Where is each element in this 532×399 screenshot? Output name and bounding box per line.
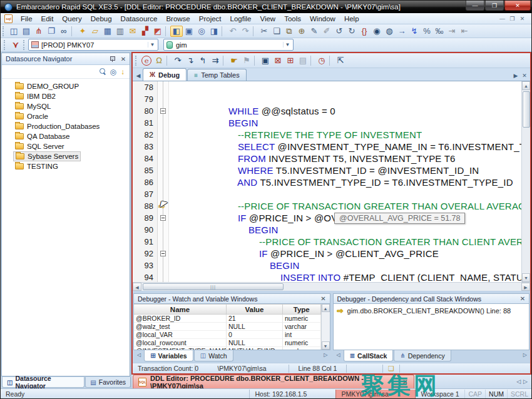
fold-margin[interactable] bbox=[158, 212, 169, 224]
print-icon[interactable]: ▥ bbox=[114, 26, 126, 37]
copy-icon[interactable]: ❏ bbox=[270, 26, 283, 37]
step-out-icon[interactable]: ↰ bbox=[197, 55, 209, 66]
fold-margin[interactable] bbox=[158, 93, 169, 105]
tab-scroll-right-icon[interactable]: ▶ bbox=[511, 73, 520, 81]
column-header[interactable]: Value bbox=[227, 304, 283, 315]
line-number[interactable]: 89 bbox=[133, 212, 158, 224]
menu-item[interactable]: Edit bbox=[37, 14, 58, 24]
toolbar-grip[interactable] bbox=[3, 26, 6, 36]
panel-tab[interactable]: ⋔ Dependency bbox=[394, 350, 451, 361]
fold-margin[interactable] bbox=[158, 236, 169, 248]
fold-margin[interactable] bbox=[158, 81, 169, 93]
variable-row[interactable]: @BROKER_ID 21 numeric bbox=[134, 315, 321, 323]
tile-windows-icon[interactable]: ◫ bbox=[8, 26, 20, 37]
fold-toggle-icon[interactable] bbox=[160, 215, 166, 221]
menu-item[interactable]: Datasource bbox=[116, 14, 162, 24]
refresh-icon[interactable]: ↺ bbox=[333, 26, 345, 37]
scroll-thumb[interactable]: ||| bbox=[143, 283, 284, 290]
horizontal-scrollbar[interactable]: ◀ ||| ▶ bbox=[133, 282, 530, 291]
datasource-item[interactable]: QA Database bbox=[13, 131, 71, 141]
tab-close-icon[interactable]: ✕ bbox=[520, 73, 529, 81]
line-number[interactable]: 84 bbox=[133, 153, 158, 164]
datasource-item[interactable]: IBM DB2 bbox=[13, 91, 58, 101]
separator[interactable] bbox=[165, 26, 169, 36]
fold-margin[interactable] bbox=[158, 248, 169, 260]
line-number[interactable]: 79 bbox=[133, 93, 158, 105]
datasource-item[interactable]: SQL Server bbox=[13, 141, 66, 151]
editor-tab[interactable]: Ж Debug bbox=[143, 68, 187, 81]
line-number[interactable]: 94 bbox=[133, 271, 158, 282]
pin-icon[interactable] bbox=[110, 56, 116, 62]
fold-toggle-icon[interactable] bbox=[160, 108, 166, 114]
callstack-entry[interactable]: ⇨ gim.dbo.BROKER_CLIENT_BREAKDOWN() Line… bbox=[334, 304, 529, 318]
doc-scroll-left-icon[interactable]: ◁ bbox=[516, 378, 523, 388]
separator[interactable] bbox=[166, 56, 170, 66]
toolbar-grip[interactable] bbox=[4, 40, 7, 50]
datasource-item[interactable]: DEMO_GROUP bbox=[13, 81, 81, 91]
delete-breakpoint-icon[interactable]: ⊠ bbox=[272, 55, 284, 66]
database-combo[interactable]: gim ▼ bbox=[163, 39, 294, 51]
fold-margin[interactable] bbox=[158, 224, 169, 236]
line-number[interactable]: 91 bbox=[133, 236, 158, 248]
fold-margin[interactable] bbox=[158, 105, 169, 117]
line-number[interactable]: 83 bbox=[133, 141, 158, 153]
dock-tab[interactable]: ◫ Datasource Navigator bbox=[2, 377, 84, 388]
variable-row[interactable]: @local_VAR 0 int bbox=[134, 331, 321, 339]
menu-item[interactable]: Tools bbox=[280, 14, 305, 24]
step-over-icon[interactable]: ↷ bbox=[171, 55, 184, 66]
upper-case-icon[interactable]: % bbox=[421, 26, 433, 37]
scroll-left-icon[interactable]: ◀ bbox=[133, 283, 141, 291]
scroll-up-icon[interactable]: ▲ bbox=[522, 81, 530, 90]
tab-scroll-right-icon[interactable]: ▷ bbox=[522, 350, 529, 358]
edit-ddl-icon[interactable]: ✐ bbox=[320, 26, 333, 37]
close-button[interactable]: ✕ bbox=[504, 1, 531, 11]
line-number[interactable]: 80 bbox=[133, 105, 158, 117]
scroll-thumb[interactable] bbox=[523, 91, 530, 128]
zoom-window-icon[interactable]: ◎ bbox=[195, 26, 208, 37]
minimize-button[interactable]: — bbox=[466, 1, 484, 11]
datasource-org-icon[interactable]: ⋔ bbox=[33, 26, 45, 37]
outdent-icon[interactable]: ⇤ bbox=[458, 26, 471, 37]
new-script-icon[interactable]: ✦ bbox=[76, 26, 89, 37]
fold-margin[interactable] bbox=[158, 153, 169, 164]
search-input[interactable] bbox=[4, 67, 96, 77]
tab-scroll-right-icon[interactable]: ▷ bbox=[322, 350, 330, 358]
datasource-item[interactable]: Production_Databases bbox=[13, 121, 101, 131]
paste-append-icon[interactable]: ⊕ bbox=[295, 26, 308, 37]
run-to-cursor-icon[interactable]: ⇉ bbox=[209, 55, 222, 66]
separator[interactable] bbox=[223, 56, 227, 66]
menu-item[interactable]: Window bbox=[305, 14, 340, 24]
lower-case-icon[interactable]: ‰ bbox=[433, 26, 446, 37]
flag-icon[interactable]: ⚑ bbox=[240, 55, 253, 66]
fold-margin[interactable] bbox=[158, 271, 169, 282]
toolbar-grip[interactable] bbox=[23, 40, 26, 50]
datasource-combo[interactable]: [PROD] PMKY07 ▼ bbox=[28, 39, 158, 51]
scroll-down-icon[interactable]: ▼ bbox=[522, 273, 530, 282]
separator[interactable] bbox=[329, 56, 333, 66]
indent-icon[interactable]: ⇥ bbox=[446, 26, 458, 37]
variable-row[interactable]: @INVESTMENT_TYPE_NAME_IN MUTUAL FUND var… bbox=[134, 347, 321, 350]
dock-tab[interactable]: ▤ Favorites bbox=[85, 377, 131, 388]
browse-icon[interactable]: ∞ bbox=[58, 26, 70, 37]
separator[interactable] bbox=[253, 26, 257, 36]
editor-tab[interactable]: ≡ Temp Tables bbox=[187, 69, 246, 81]
close-icon[interactable]: ✕ bbox=[320, 295, 327, 302]
cut-icon[interactable]: ✂ bbox=[258, 26, 270, 37]
match-braces-icon[interactable]: {} bbox=[358, 26, 371, 37]
datasource-item[interactable]: TESTING bbox=[13, 161, 60, 171]
filter-icon[interactable]: ⋎ bbox=[9, 39, 23, 51]
chevron-down-icon[interactable]: ▼ bbox=[148, 42, 156, 48]
close-icon[interactable]: ✕ bbox=[120, 56, 127, 63]
undo-icon[interactable]: ↶ bbox=[227, 26, 239, 37]
fold-margin[interactable] bbox=[158, 176, 169, 188]
fold-margin[interactable] bbox=[158, 141, 169, 153]
line-number[interactable]: 90 bbox=[133, 224, 158, 236]
menu-item[interactable]: Logfile bbox=[226, 14, 256, 24]
code-editor[interactable]: 78 79 bbox=[133, 81, 530, 282]
redo-icon[interactable]: ↷ bbox=[239, 26, 252, 37]
expand-down-icon[interactable]: ↓ bbox=[121, 68, 125, 76]
vertical-scrollbar[interactable]: ▲ ▼ bbox=[321, 304, 330, 350]
format-sql-icon[interactable]: ↯ bbox=[408, 26, 421, 37]
refresh-all-icon[interactable]: ↻ bbox=[345, 26, 358, 37]
unlock-icon[interactable]: Ω bbox=[153, 55, 165, 66]
